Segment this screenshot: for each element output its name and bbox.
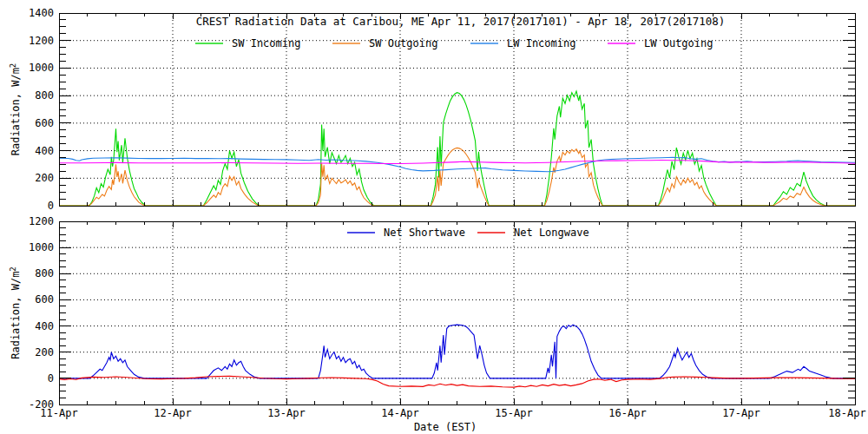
ticks-radiation-components (59, 13, 855, 206)
radiation-chart-svg: 0200400600800100012001400Radiation, W/m2… (0, 0, 868, 434)
y-tick-label: 400 (35, 320, 54, 332)
y-tick-label: 600 (35, 293, 54, 306)
legend-item-lw-incoming: LW Incoming (470, 37, 575, 49)
panel-radiation-components: 0200400600800100012001400Radiation, W/m2… (9, 7, 855, 212)
legend-label: LW Outgoing (644, 37, 713, 49)
legend-label: Net Longwave (514, 227, 589, 239)
y-tick-label: 1000 (29, 62, 54, 74)
y-tick-label: 200 (35, 172, 54, 184)
x-tick-label: 18-Apr (828, 407, 865, 419)
series-net-shortwave (59, 325, 855, 378)
y-axis-label: Radiation, W/m2 (9, 266, 22, 359)
y-axis-label: Radiation, W/m2 (9, 63, 22, 156)
x-tick-label: 11-Apr (40, 407, 77, 419)
legend-label: SW Outgoing (369, 37, 437, 49)
x-tick-label: 13-Apr (267, 407, 305, 419)
y-tick-label: 1400 (29, 7, 54, 19)
gridlines-radiation-components (59, 13, 855, 206)
plot-frame (59, 13, 855, 206)
panel-net-radiation: -200020040060080010001200Radiation, W/m2… (9, 215, 866, 433)
y-tick-label: 0 (48, 372, 54, 385)
legend-item-sw-incoming: SW Incoming (195, 37, 300, 49)
y-tick-label: 1200 (29, 215, 54, 227)
gridlines-net-radiation (59, 221, 855, 404)
radiation-dashboard: 0200400600800100012001400Radiation, W/m2… (0, 0, 868, 434)
y-tick-label: 800 (35, 267, 54, 279)
legend-item-net-longwave: Net Longwave (477, 227, 589, 239)
x-tick-label: 14-Apr (381, 407, 418, 419)
series-lw-outgoing (59, 161, 855, 164)
x-tick-label: 16-Apr (608, 407, 646, 419)
y-tick-label: 1200 (29, 35, 54, 47)
ticks-net-radiation (59, 221, 855, 404)
legend-item-lw-outgoing: LW Outgoing (608, 37, 713, 49)
series-sw-outgoing (59, 148, 855, 206)
y-tick-label: 800 (35, 89, 54, 102)
legend-label: SW Incoming (232, 37, 300, 49)
x-tick-label: 12-Apr (154, 407, 191, 419)
chart-title: CREST Radiation Data at Caribou, ME Apr … (196, 15, 726, 28)
y-tick-label: 400 (35, 145, 54, 157)
y-tick-label: 200 (35, 346, 54, 358)
legend-item-sw-outgoing: SW Outgoing (332, 37, 437, 49)
series-sw-incoming (59, 91, 855, 206)
series-net-longwave (59, 376, 855, 387)
legend-label: Net Shortwave (384, 227, 465, 239)
x-axis-label: Date (EST) (414, 421, 477, 433)
y-tick-label: 1000 (29, 241, 54, 253)
legend-label: LW Incoming (507, 37, 575, 49)
legend-item-net-shortwave: Net Shortwave (347, 227, 465, 239)
y-tick-label: 0 (48, 200, 54, 212)
x-tick-label: 15-Apr (495, 407, 532, 419)
series-lw-incoming (59, 157, 855, 172)
y-tick-label: 600 (35, 117, 54, 129)
plot-frame (59, 221, 855, 404)
x-tick-label: 17-Apr (722, 407, 760, 419)
